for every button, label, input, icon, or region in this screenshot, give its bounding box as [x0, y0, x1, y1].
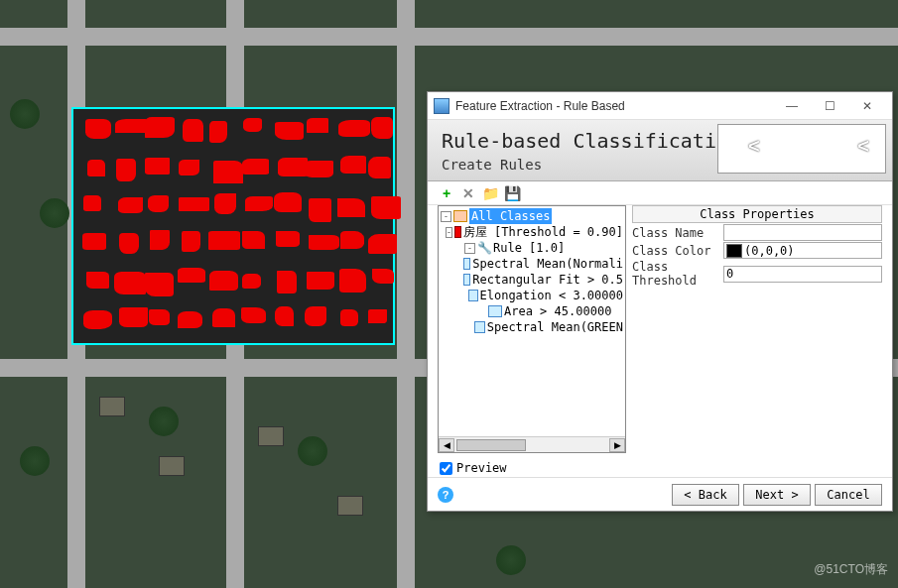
tree-attr[interactable]: Area > 45.00000 [441, 303, 623, 319]
attribute-icon [488, 305, 502, 317]
histogram-preview[interactable]: document.write(Array.from({length:85},(_… [717, 124, 886, 174]
preview-checkbox[interactable] [440, 462, 452, 475]
scroll-left-button[interactable]: ◀ [439, 438, 454, 452]
tree-class-label: 房屋 [Threshold = 0.90] [463, 224, 623, 240]
add-class-button[interactable]: + [438, 184, 455, 202]
open-folder-button[interactable]: 📁 [481, 184, 499, 202]
attribute-icon [468, 290, 477, 301]
rules-tree-panel: - All Classes - 房屋 [Threshold = 0.90] - … [438, 205, 626, 453]
tree-root-label: All Classes [469, 208, 552, 224]
expand-toggle[interactable]: - [464, 243, 475, 254]
tree-attr[interactable]: Spectral Mean(Normali [441, 256, 623, 272]
properties-header: Class Properties [632, 205, 882, 223]
cancel-button[interactable]: Cancel [815, 484, 882, 506]
delete-button[interactable]: ✕ [459, 184, 477, 202]
titlebar[interactable]: Feature Extraction - Rule Based — ☐ ✕ [428, 92, 892, 120]
class-color-label: Class Color [632, 244, 723, 258]
horizontal-scrollbar[interactable]: ◀ ▶ [439, 436, 625, 452]
tree-attr[interactable]: Rectangular Fit > 0.5 [441, 272, 623, 288]
expand-toggle[interactable]: - [446, 227, 452, 238]
save-button[interactable]: 💾 [503, 184, 521, 202]
dialog-subheading: Create Rules [442, 157, 740, 173]
minimize-button[interactable]: — [773, 95, 811, 117]
expand-toggle[interactable]: - [441, 211, 451, 222]
rule-icon: 🔧 [477, 242, 491, 254]
feature-extraction-dialog: Feature Extraction - Rule Based — ☐ ✕ Ru… [427, 91, 893, 512]
tree-attr[interactable]: Spectral Mean(GREEN [441, 319, 623, 335]
class-color-icon [454, 226, 461, 238]
class-properties-panel: Class Properties Class Name Class Color … [632, 205, 882, 453]
dialog-footer: ? < Back Next > Cancel [428, 477, 892, 511]
next-button[interactable]: Next > [743, 484, 811, 506]
close-button[interactable]: ✕ [848, 95, 886, 117]
classification-preview-overlay: document.write(Array.from({length:60},(_… [71, 107, 395, 345]
tree-class[interactable]: - 房屋 [Threshold = 0.90] [441, 224, 623, 240]
preview-label: Preview [456, 461, 507, 475]
attribute-icon [463, 258, 471, 270]
watermark: @51CTO博客 [814, 561, 888, 578]
scrollbar-track[interactable] [454, 438, 609, 452]
toolbar: + ✕ 📁 💾 [428, 181, 892, 205]
class-name-label: Class Name [632, 226, 723, 240]
window-title: Feature Extraction - Rule Based [455, 99, 773, 113]
tree-rule-label: Rule [1.0] [493, 240, 565, 256]
color-swatch [726, 244, 742, 258]
class-threshold-label: Class Threshold [632, 260, 723, 288]
maximize-button[interactable]: ☐ [811, 95, 848, 117]
back-button[interactable]: < Back [672, 484, 739, 506]
color-value: (0,0,0) [744, 244, 795, 258]
dialog-heading: Rule-based Classification [442, 129, 740, 153]
class-threshold-input[interactable] [723, 266, 882, 283]
class-color-input[interactable]: (0,0,0) [723, 242, 882, 259]
folder-icon [453, 210, 467, 222]
scrollbar-thumb[interactable] [456, 439, 526, 451]
attribute-icon [474, 321, 485, 333]
tree-root[interactable]: - All Classes [441, 208, 623, 224]
rules-tree[interactable]: - All Classes - 房屋 [Threshold = 0.90] - … [439, 206, 625, 436]
scroll-right-button[interactable]: ▶ [609, 438, 625, 452]
app-icon [434, 98, 449, 114]
preview-row: Preview [428, 459, 892, 477]
tree-attr[interactable]: Elongation < 3.00000 [441, 288, 623, 303]
tree-rule[interactable]: - 🔧 Rule [1.0] [441, 240, 623, 256]
help-button[interactable]: ? [438, 487, 453, 503]
attribute-icon [463, 274, 471, 286]
dialog-header: Rule-based Classification Create Rules d… [428, 120, 892, 181]
class-name-input[interactable] [723, 224, 882, 241]
